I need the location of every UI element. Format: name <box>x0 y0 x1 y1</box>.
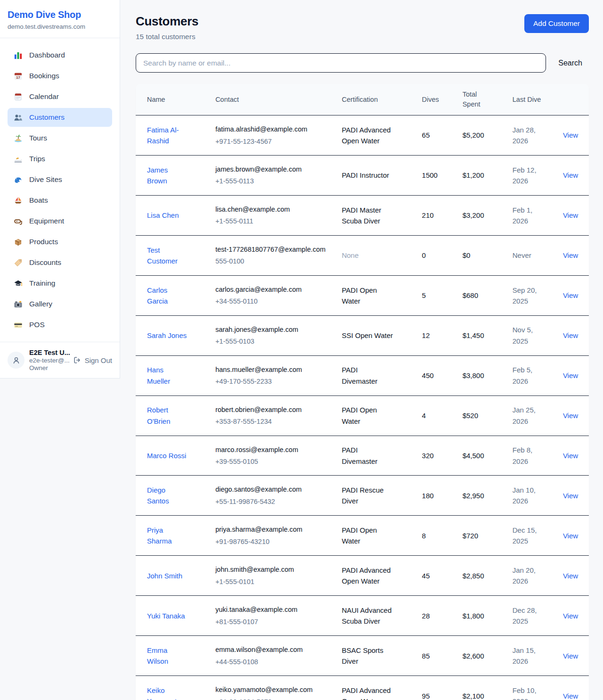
table-row: Sarah Jones sarah.jones@example.com +1-5… <box>136 315 589 355</box>
credit-card-icon <box>13 320 23 329</box>
table-row: Lisa Chen lisa.chen@example.com +1-555-0… <box>136 195 589 235</box>
view-link[interactable]: View <box>563 452 578 460</box>
certification: PADI Open Water <box>342 526 377 545</box>
customer-name-link[interactable]: Yuki Tanaka <box>147 612 185 620</box>
dives-count: 180 <box>411 476 451 516</box>
customer-name-link[interactable]: Hans Mueller <box>147 366 170 385</box>
view-link[interactable]: View <box>563 692 578 700</box>
view-link[interactable]: View <box>563 492 578 500</box>
tag-icon <box>13 258 23 267</box>
people-icon <box>13 113 23 122</box>
customer-phone: +81-90-1234-5678 <box>215 697 326 700</box>
app-root: Demo Dive Shop demo.test.divestreams.com… <box>0 0 603 700</box>
customer-name-link[interactable]: Carlos Garcia <box>147 286 168 305</box>
sidebar-item-equipment[interactable]: Equipment <box>8 212 112 231</box>
dives-count: 65 <box>411 115 451 156</box>
total-spent: $4,500 <box>451 436 501 476</box>
last-dive: Jan 20, 2026 <box>501 556 552 596</box>
search-button[interactable]: Search <box>552 55 589 71</box>
customer-name-link[interactable]: Robert O'Brien <box>147 406 171 425</box>
column-header-total-spent: Total Spent <box>451 84 501 115</box>
view-link[interactable]: View <box>563 291 578 299</box>
view-link[interactable]: View <box>563 171 578 179</box>
last-dive: Feb 5, 2026 <box>501 355 552 395</box>
column-header-contact: Contact <box>204 84 330 115</box>
customer-name-link[interactable]: Marco Rossi <box>147 452 186 460</box>
sidebar-footer: E2E Test U... e2e-tester@... Owner Sign … <box>0 342 120 378</box>
customer-email: keiko.yamamoto@example.com <box>215 684 326 695</box>
sidebar-item-trips[interactable]: Trips <box>8 149 112 168</box>
customer-email: carlos.garcia@example.com <box>215 284 326 295</box>
customer-name-link[interactable]: Fatima Al-Rashid <box>147 126 179 145</box>
view-link[interactable]: View <box>563 652 578 660</box>
total-spent: $5,200 <box>451 115 501 156</box>
view-link[interactable]: View <box>563 532 578 540</box>
sidebar-item-discounts[interactable]: Discounts <box>8 253 112 272</box>
sidebar-item-label: Customers <box>29 113 65 122</box>
sidebar-item-training[interactable]: Training <box>8 274 112 293</box>
search-input[interactable] <box>136 53 546 73</box>
table-row: Priya Sharma priya.sharma@example.com +9… <box>136 516 589 556</box>
customer-name-link[interactable]: Keiko Yamamoto <box>147 686 180 700</box>
sidebar-item-gallery[interactable]: Gallery <box>8 295 112 313</box>
customer-phone: +39-555-0105 <box>215 456 326 467</box>
view-link[interactable]: View <box>563 211 578 219</box>
view-link[interactable]: View <box>563 331 578 339</box>
certification: SSI Open Water <box>342 331 393 339</box>
dives-count: 0 <box>411 235 451 275</box>
sidebar-item-customers[interactable]: Customers <box>8 108 112 127</box>
customer-name-link[interactable]: John Smith <box>147 572 182 580</box>
bar-chart-icon <box>13 50 23 60</box>
table-row: Emma Wilson emma.wilson@example.com +44-… <box>136 636 589 676</box>
view-link[interactable]: View <box>563 131 578 139</box>
view-link[interactable]: View <box>563 612 578 620</box>
dives-count: 95 <box>411 676 451 700</box>
sidebar-nav: Dashboard 17 Bookings Calendar Customers <box>0 38 120 342</box>
customer-name-link[interactable]: Lisa Chen <box>147 211 179 219</box>
sidebar-item-bookings[interactable]: 17 Bookings <box>8 66 112 85</box>
view-link[interactable]: View <box>563 412 578 420</box>
certification: PADI Advanced Open Water <box>342 566 391 585</box>
last-dive: Dec 28, 2025 <box>501 596 552 636</box>
customer-email: priya.sharma@example.com <box>215 524 326 535</box>
customer-email: emma.wilson@example.com <box>215 644 326 655</box>
package-icon <box>13 237 23 247</box>
total-spent: $3,800 <box>451 355 501 395</box>
customer-email: james.brown@example.com <box>215 164 326 174</box>
sidebar-item-products[interactable]: Products <box>8 232 112 251</box>
sign-out-button[interactable]: Sign Out <box>73 356 112 364</box>
dives-count: 8 <box>411 516 451 556</box>
add-customer-button[interactable]: Add Customer <box>524 14 589 33</box>
customer-name-link[interactable]: Test Customer <box>147 246 178 265</box>
sidebar-item-tours[interactable]: Tours <box>8 129 112 148</box>
customer-name-link[interactable]: Priya Sharma <box>147 526 172 545</box>
sidebar-item-pos[interactable]: POS <box>8 315 112 334</box>
sidebar-item-dive-sites[interactable]: Dive Sites <box>8 170 112 189</box>
sidebar-item-calendar[interactable]: Calendar <box>8 87 112 106</box>
logout-icon <box>73 356 81 364</box>
customer-name-link[interactable]: James Brown <box>147 166 168 185</box>
last-dive: Feb 10, 2026 <box>501 676 552 700</box>
sidebar-item-boats[interactable]: Boats <box>8 191 112 210</box>
certification: NAUI Advanced Scuba Diver <box>342 606 391 625</box>
view-link[interactable]: View <box>563 572 578 580</box>
user-info: E2E Test U... e2e-tester@... Owner <box>29 349 68 371</box>
customer-name-link[interactable]: Emma Wilson <box>147 646 168 665</box>
last-dive: Nov 5, 2025 <box>501 315 552 355</box>
shop-name: Demo Dive Shop <box>8 9 112 20</box>
speedboat-icon <box>13 154 23 164</box>
sidebar-item-dashboard[interactable]: Dashboard <box>8 46 112 65</box>
customer-name-link[interactable]: Diego Santos <box>147 486 169 505</box>
view-link[interactable]: View <box>563 251 578 259</box>
view-link[interactable]: View <box>563 371 578 379</box>
certification: BSAC Sports Diver <box>342 646 383 665</box>
customer-email: yuki.tanaka@example.com <box>215 604 326 615</box>
sidebar-item-label: Bookings <box>29 72 59 80</box>
customer-phone: +353-87-555-1234 <box>215 416 326 427</box>
certification: PADI Rescue Diver <box>342 486 383 505</box>
diving-mask-icon <box>13 216 23 226</box>
customer-name-link[interactable]: Sarah Jones <box>147 331 187 339</box>
customer-email: diego.santos@example.com <box>215 484 326 494</box>
customer-phone: +1-555-0103 <box>215 336 326 346</box>
total-spent: $680 <box>451 275 501 315</box>
